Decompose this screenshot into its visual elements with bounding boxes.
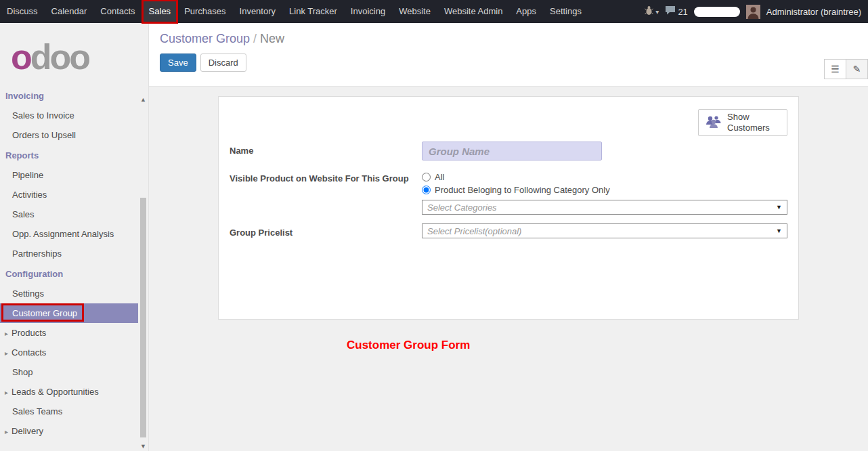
radio-category-input[interactable]: [422, 186, 431, 194]
breadcrumb: Customer Group/New: [149, 23, 868, 46]
sidebar-item-pipeline[interactable]: Pipeline: [0, 165, 138, 185]
visibility-field: All Product Beloging to Following Catego…: [422, 169, 787, 215]
caret-down-icon: ▼: [776, 228, 782, 234]
sidebar-heading-reports: Reports: [0, 145, 148, 165]
show-customers-button[interactable]: Show Customers: [698, 109, 787, 136]
sidebar-item-activities[interactable]: Activities: [0, 185, 138, 205]
caret-down-icon: ▾: [655, 8, 659, 16]
form-sheet: Show Customers Name Visible Product on W…: [218, 96, 799, 320]
save-button[interactable]: Save: [160, 53, 196, 72]
caret-down-icon: ▼: [776, 204, 782, 211]
sidebar-item-partnerships[interactable]: Partnerships: [0, 244, 138, 263]
sidebar-heading-configuration: Configuration: [0, 263, 148, 284]
sidebar-item-contacts-label: Contacts: [12, 347, 46, 358]
breadcrumb-parent-link[interactable]: Customer Group: [160, 32, 250, 45]
sidebar-item-products-label: Products: [12, 328, 46, 338]
menu-invoicing[interactable]: Invoicing: [344, 0, 392, 23]
sidebar: odoo Invoicing Sales to Invoice Orders t…: [0, 23, 149, 451]
pricelist-field: Select Pricelist(optional) ▼: [422, 223, 787, 238]
sidebar-item-leads-opportunities[interactable]: ▸Leads & Opportunities: [0, 382, 138, 402]
expand-arrow-icon: ▸: [5, 349, 8, 357]
sidebar-item-sales-teams[interactable]: Sales Teams: [0, 402, 138, 421]
form-view-button[interactable]: ✎: [846, 59, 868, 79]
pricelist-row: Group Pricelist Select Pricelist(optiona…: [230, 223, 787, 238]
scroll-down-icon[interactable]: ▼: [139, 443, 148, 450]
sidebar-item-opp-assignment-analysis[interactable]: Opp. Assignment Analysis: [0, 224, 138, 244]
radio-option-all[interactable]: All: [422, 172, 787, 182]
menu-inventory[interactable]: Inventory: [233, 0, 282, 23]
visibility-row: Visible Product on Website For This Grou…: [230, 169, 787, 215]
expand-arrow-icon: ▸: [5, 389, 8, 396]
sidebar-scrollbar[interactable]: ▲ ▼: [139, 96, 148, 451]
name-field: [422, 142, 787, 160]
menu-calendar[interactable]: Calendar: [45, 0, 94, 23]
pricelist-select-value: Select Pricelist(optional): [427, 226, 521, 236]
sidebar-item-contacts[interactable]: ▸Contacts: [0, 343, 138, 362]
radio-all-label: All: [435, 172, 444, 182]
logo-rest: doo: [30, 37, 89, 77]
user-avatar[interactable]: [746, 5, 760, 19]
menu-link-tracker[interactable]: Link Tracker: [282, 0, 344, 23]
pricelist-select[interactable]: Select Pricelist(optional) ▼: [422, 223, 787, 238]
expand-arrow-icon: ▸: [5, 330, 8, 337]
sidebar-item-sales[interactable]: Sales: [0, 205, 138, 224]
menu-contacts[interactable]: Contacts: [93, 0, 142, 23]
odoo-logo: odoo: [0, 23, 148, 85]
menu-settings[interactable]: Settings: [543, 0, 588, 23]
radio-all-input[interactable]: [422, 173, 431, 181]
sidebar-item-delivery-label: Delivery: [12, 426, 43, 436]
bug-icon: [645, 5, 653, 18]
name-label: Name: [230, 142, 422, 160]
customers-group-icon: [705, 114, 722, 131]
menu-apps[interactable]: Apps: [509, 0, 543, 23]
breadcrumb-current: New: [260, 32, 284, 45]
menu-discuss[interactable]: Discuss: [0, 0, 45, 23]
sidebar-item-settings[interactable]: Settings: [0, 284, 138, 303]
topbar-pill-widget[interactable]: [694, 7, 740, 17]
menu-sales[interactable]: Sales: [142, 0, 178, 23]
annotation-caption: Customer Group Form: [347, 339, 470, 352]
sidebar-item-orders-to-upsell[interactable]: Orders to Upsell: [0, 125, 138, 145]
sidebar-heading-invoicing: Invoicing: [0, 85, 148, 106]
scrollbar-thumb[interactable]: [140, 198, 146, 437]
chat-bubble-icon: [665, 5, 676, 18]
breadcrumb-separator: /: [250, 32, 260, 45]
expand-arrow-icon: ▸: [5, 428, 8, 435]
sidebar-item-products[interactable]: ▸Products: [0, 323, 138, 343]
sidebar-item-leads-label: Leads & Opportunities: [12, 387, 99, 397]
sidebar-item-customer-group[interactable]: Customer Group: [0, 303, 138, 323]
edit-form-icon: ✎: [853, 64, 861, 74]
menu-purchases[interactable]: Purchases: [177, 0, 232, 23]
discard-button[interactable]: Discard: [200, 53, 246, 72]
categories-select-value: Select Categories: [427, 202, 497, 213]
debug-menu-button[interactable]: ▾: [645, 5, 659, 18]
pricelist-label: Group Pricelist: [230, 223, 422, 238]
topbar: Discuss Calendar Contacts Sales Purchase…: [0, 0, 868, 23]
main-area: Customer Group/New Save Discard ☰ ✎: [149, 23, 868, 451]
radio-option-category[interactable]: Product Beloging to Following Category O…: [422, 185, 787, 195]
control-panel-buttons: Save Discard: [149, 46, 868, 72]
user-menu[interactable]: Administrator (braintree): [766, 7, 861, 17]
group-name-input[interactable]: [422, 142, 602, 160]
categories-select[interactable]: Select Categories ▼: [422, 200, 787, 215]
scroll-up-icon[interactable]: ▲: [139, 96, 148, 103]
view-switcher: ☰ ✎: [825, 59, 868, 79]
radio-category-label: Product Beloging to Following Category O…: [435, 185, 610, 195]
name-row: Name: [230, 142, 787, 160]
list-view-button[interactable]: ☰: [824, 59, 846, 79]
menu-website[interactable]: Website: [392, 0, 437, 23]
messages-count: 21: [678, 7, 687, 17]
sidebar-item-shop[interactable]: Shop: [0, 362, 138, 382]
sidebar-item-sales-to-invoice[interactable]: Sales to Invoice: [0, 106, 138, 125]
content-area: Show Customers Name Visible Product on W…: [149, 96, 868, 451]
topbar-right: ▾ 21 Administrator (braintree): [645, 0, 868, 23]
messages-button[interactable]: 21: [665, 5, 687, 18]
visibility-radio-group: All Product Beloging to Following Catego…: [422, 169, 787, 195]
menu-website-admin[interactable]: Website Admin: [437, 0, 509, 23]
control-panel: Customer Group/New Save Discard ☰ ✎: [149, 23, 868, 87]
form-rows: Name Visible Product on Website For This…: [230, 142, 787, 238]
show-customers-label: Show Customers: [727, 112, 776, 134]
sidebar-item-customer-group-label: Customer Group: [12, 308, 77, 318]
visibility-label: Visible Product on Website For This Grou…: [230, 169, 422, 215]
sidebar-item-delivery[interactable]: ▸Delivery: [0, 421, 138, 441]
